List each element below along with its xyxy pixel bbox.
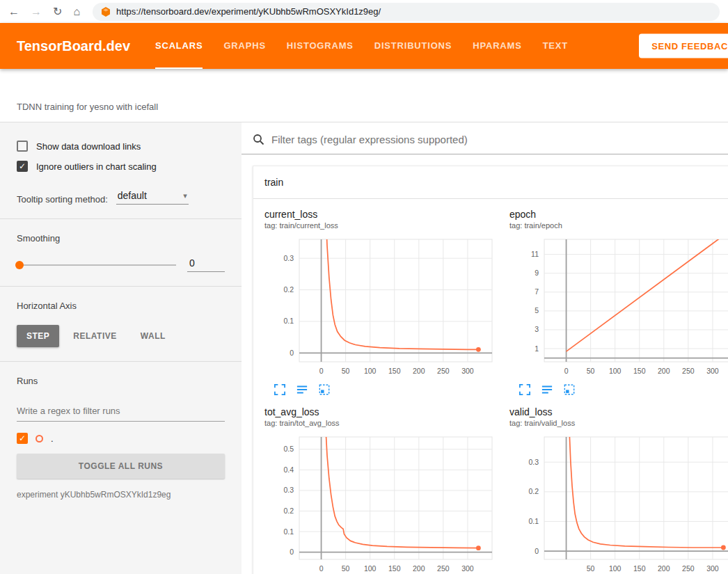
horizontal-axis-label: Horizontal Axis <box>17 301 225 311</box>
show-download-links-checkbox[interactable] <box>17 141 28 152</box>
train-section-card: train current_loss tag: train/current_lo… <box>253 166 728 574</box>
divider <box>0 286 242 287</box>
line-chart-valid-loss[interactable]: 5010015020025030000.10.20.3 <box>509 431 728 574</box>
expand-chart-icon[interactable] <box>519 384 530 395</box>
svg-text:0: 0 <box>319 367 324 375</box>
tooltip-sorting-row: Tooltip sorting method: default ▾ <box>17 190 225 205</box>
chart-toolbar <box>509 384 728 395</box>
line-chart-current-loss[interactable]: 05010015020025030000.10.20.3 <box>264 234 498 381</box>
reload-icon[interactable]: ↻ <box>53 6 62 17</box>
svg-text:250: 250 <box>682 367 695 375</box>
svg-text:300: 300 <box>461 564 474 573</box>
tooltip-sorting-select[interactable]: default ▾ <box>116 190 189 205</box>
url-text: https://tensorboard.dev/experiment/yKUbh… <box>116 6 381 17</box>
svg-text:100: 100 <box>609 367 622 375</box>
run-name: . <box>51 433 54 444</box>
svg-text:50: 50 <box>342 367 350 375</box>
ignore-outliers-row: ✓ Ignore outliers in chart scaling <box>17 161 225 172</box>
svg-text:0.1: 0.1 <box>528 517 539 525</box>
tag-filter-row <box>242 132 728 154</box>
svg-text:0.2: 0.2 <box>283 507 294 515</box>
forward-icon[interactable]: → <box>31 6 42 17</box>
smoothing-label: Smoothing <box>17 233 225 244</box>
svg-text:0.1: 0.1 <box>283 527 294 536</box>
send-feedback-button[interactable]: SEND FEEDBACK <box>639 34 728 58</box>
chart-toolbar <box>264 384 501 395</box>
chart-card-tot-avg-loss: tot_avg_loss tag: train/tot_avg_loss 050… <box>264 406 501 574</box>
line-chart-epoch[interactable]: 0501001502002503001357911 <box>509 234 728 381</box>
axis-step-button[interactable]: STEP <box>17 325 59 347</box>
ignore-outliers-label: Ignore outliers in chart scaling <box>36 161 157 172</box>
smoothing-slider-row: 0 <box>17 257 225 272</box>
app-logo[interactable]: TensorBoard.dev <box>17 38 130 54</box>
tooltip-sorting-value: default <box>118 190 147 201</box>
expand-chart-icon[interactable] <box>274 384 285 395</box>
svg-text:0.4: 0.4 <box>283 465 294 474</box>
run-row: ✓ . <box>17 433 225 444</box>
back-icon[interactable]: ← <box>8 6 19 17</box>
tab-histograms[interactable]: HISTOGRAMS <box>287 23 354 69</box>
charts-grid: current_loss tag: train/current_loss 050… <box>253 199 728 574</box>
tab-text[interactable]: TEXT <box>543 23 568 69</box>
svg-text:100: 100 <box>609 564 622 573</box>
line-chart-tot-avg-loss[interactable]: 05010015020025030000.10.20.30.40.5 <box>264 431 498 574</box>
svg-text:0: 0 <box>564 367 569 375</box>
divider <box>0 218 242 219</box>
chevron-down-icon: ▾ <box>183 191 187 200</box>
svg-text:50: 50 <box>587 367 595 375</box>
search-icon <box>253 134 264 145</box>
tab-graphs[interactable]: GRAPHS <box>223 23 265 69</box>
svg-text:0.3: 0.3 <box>283 486 294 494</box>
dashboard-main: train current_loss tag: train/current_lo… <box>242 122 728 574</box>
section-title-train[interactable]: train <box>253 166 728 199</box>
svg-text:7: 7 <box>535 287 539 296</box>
svg-text:3: 3 <box>535 325 539 333</box>
svg-text:200: 200 <box>658 367 670 375</box>
svg-text:0: 0 <box>319 564 324 573</box>
svg-text:0.3: 0.3 <box>528 458 539 466</box>
smoothing-slider[interactable] <box>17 264 176 266</box>
log-scale-icon[interactable] <box>541 384 553 395</box>
svg-text:5: 5 <box>535 306 539 314</box>
svg-text:1: 1 <box>535 344 539 353</box>
svg-text:150: 150 <box>633 367 646 375</box>
chart-tag: tag: train/tot_avg_loss <box>264 419 501 427</box>
smoothing-value-input[interactable]: 0 <box>187 257 225 272</box>
home-icon[interactable]: ⌂ <box>73 6 80 17</box>
ignore-outliers-checkbox[interactable]: ✓ <box>17 161 28 172</box>
horizontal-axis-buttons: STEP RELATIVE WALL <box>17 325 225 347</box>
log-scale-icon[interactable] <box>296 384 308 395</box>
chart-title: epoch <box>509 209 728 220</box>
runs-filter-input[interactable] <box>17 403 225 422</box>
toggle-all-runs-button[interactable]: TOGGLE ALL RUNS <box>17 454 225 479</box>
tag-filter-input[interactable] <box>271 134 717 145</box>
svg-text:11: 11 <box>531 250 539 258</box>
chart-title: valid_loss <box>509 406 728 417</box>
app-header: TensorBoard.dev SCALARS GRAPHS HISTOGRAM… <box>0 23 728 69</box>
chart-card-valid-loss: valid_loss tag: train/valid_loss 5010015… <box>509 406 728 574</box>
axis-relative-button[interactable]: RELATIVE <box>63 325 126 347</box>
fit-domain-icon[interactable] <box>564 384 575 395</box>
browser-toolbar: ← → ↻ ⌂ https://tensorboard.dev/experime… <box>0 0 728 23</box>
screen: ← → ↻ ⌂ https://tensorboard.dev/experime… <box>0 0 728 574</box>
smoothing-slider-thumb[interactable] <box>15 261 24 269</box>
fit-domain-icon[interactable] <box>319 384 330 395</box>
tab-hparams[interactable]: HPARAMS <box>473 23 521 69</box>
svg-text:300: 300 <box>461 367 474 375</box>
svg-text:0.2: 0.2 <box>528 487 539 495</box>
chart-card-current-loss: current_loss tag: train/current_loss 050… <box>264 209 501 395</box>
tab-distributions[interactable]: DISTRIBUTIONS <box>374 23 452 69</box>
axis-wall-button[interactable]: WALL <box>131 325 175 347</box>
run-checkbox[interactable]: ✓ <box>17 433 28 444</box>
tab-scalars[interactable]: SCALARS <box>155 23 203 69</box>
svg-text:250: 250 <box>437 564 450 573</box>
svg-text:9: 9 <box>535 269 539 277</box>
svg-text:50: 50 <box>342 564 350 573</box>
address-bar[interactable]: https://tensorboard.dev/experiment/yKUbh… <box>93 3 720 21</box>
svg-text:0: 0 <box>290 548 294 556</box>
svg-text:100: 100 <box>364 367 377 375</box>
content: Show data download links ✓ Ignore outlie… <box>0 122 728 574</box>
svg-text:300: 300 <box>706 564 719 573</box>
svg-text:300: 300 <box>706 367 719 375</box>
chart-tag: tag: train/current_loss <box>264 221 501 230</box>
